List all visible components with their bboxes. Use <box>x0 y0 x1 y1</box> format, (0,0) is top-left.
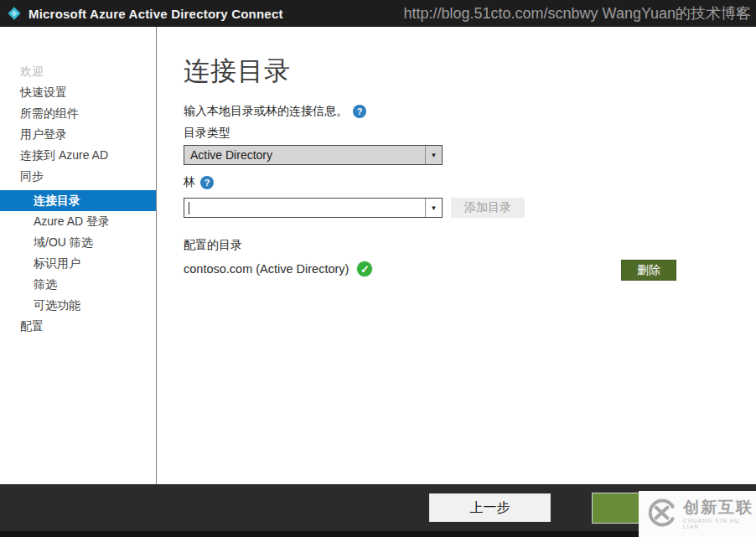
instruction-text: 输入本地目录或林的连接信息。 <box>184 104 348 119</box>
sidebar-item-azure-ad-sign-in[interactable]: Azure AD 登录 <box>0 211 156 232</box>
add-directory-button[interactable]: 添加目录 <box>451 198 525 218</box>
forest-label: 林 <box>184 175 195 190</box>
chevron-down-icon[interactable]: ▼ <box>425 146 442 164</box>
title-bar: Microsoft Azure Active Directory Connect… <box>0 0 756 27</box>
forest-help-icon[interactable]: ? <box>200 176 214 189</box>
sidebar-item-sync[interactable]: 同步 <box>0 166 156 187</box>
chevron-down-icon[interactable]: ▼ <box>425 199 442 217</box>
configured-directory-name: contoso.com (Active Directory) <box>184 262 349 276</box>
wizard-sidebar: 欢迎 快速设置 所需的组件 用户登录 连接到 Azure AD 同步 连接目录 … <box>0 27 157 484</box>
sidebar-item-filtering[interactable]: 筛选 <box>0 274 156 295</box>
sidebar-item-connect-directories[interactable]: 连接目录 <box>0 190 156 211</box>
sidebar-item-welcome: 欢迎 <box>0 61 156 82</box>
sidebar-item-required-components[interactable]: 所需的组件 <box>0 103 156 124</box>
text-caret <box>189 202 189 214</box>
main-content: 连接目录 输入本地目录或林的连接信息。 ? 目录类型 Active Direct… <box>158 27 756 484</box>
sidebar-item-domain-ou-filtering[interactable]: 域/OU 筛选 <box>0 232 156 253</box>
directory-type-select[interactable]: Active Directory ▼ <box>184 145 443 165</box>
chuangxin-logo-icon <box>647 498 677 531</box>
success-check-icon: ✓ <box>356 261 373 277</box>
watermark-badge-name: 创新互联 <box>683 499 756 516</box>
sidebar-item-identifying-users[interactable]: 标识用户 <box>0 253 156 274</box>
directory-type-selected-value: Active Directory <box>184 148 425 162</box>
instruction-row: 输入本地目录或林的连接信息。 ? <box>184 104 366 119</box>
sidebar-item-user-sign-in[interactable]: 用户登录 <box>0 124 156 145</box>
watermark-badge: 创新互联 CHUANG XIN HU LIAN <box>639 491 756 537</box>
previous-button[interactable]: 上一步 <box>429 493 551 522</box>
sidebar-item-connect-to-azure-ad[interactable]: 连接到 Azure AD <box>0 145 156 166</box>
watermark-badge-subtext: CHUANG XIN HU LIAN <box>683 518 756 529</box>
configured-directory-row: contoso.com (Active Directory) ✓ <box>184 261 373 277</box>
configured-directories-label-row: 配置的目录 <box>184 238 242 253</box>
help-icon[interactable]: ? <box>353 105 366 118</box>
sidebar-item-optional-features[interactable]: 可选功能 <box>0 295 156 316</box>
forest-combobox[interactable]: ▼ <box>184 198 443 218</box>
forest-label-row: 林 ? <box>184 175 214 190</box>
configured-directories-label: 配置的目录 <box>184 238 242 253</box>
watermark-badge-text: 创新互联 CHUANG XIN HU LIAN <box>683 499 756 529</box>
delete-button[interactable]: 删除 <box>621 260 676 281</box>
directory-type-label-row: 目录类型 <box>184 126 230 141</box>
azure-ad-connect-app-icon <box>7 6 22 21</box>
azure-ad-connect-window: Microsoft Azure Active Directory Connect… <box>0 0 756 537</box>
directory-type-label: 目录类型 <box>184 126 230 141</box>
sidebar-item-express-settings[interactable]: 快速设置 <box>0 82 156 103</box>
page-title: 连接目录 <box>184 54 291 89</box>
window-title: Microsoft Azure Active Directory Connect <box>28 7 283 21</box>
titlebar-watermark-text: http://blog.51cto.com/scnbwy WangYuan的技术… <box>403 3 751 23</box>
sidebar-item-configure[interactable]: 配置 <box>0 316 156 337</box>
